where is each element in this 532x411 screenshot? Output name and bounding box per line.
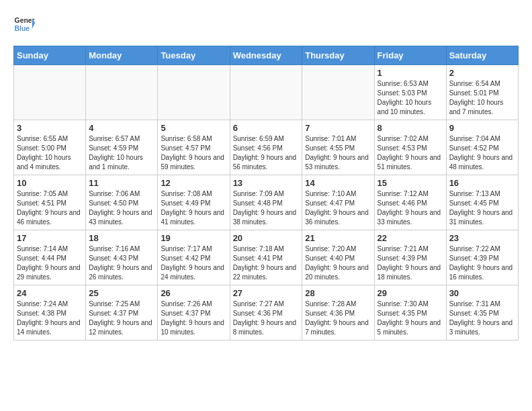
day-info: Sunrise: 7:31 AM Sunset: 4:35 PM Dayligh…	[449, 300, 515, 337]
calendar-cell: 11Sunrise: 7:06 AM Sunset: 4:50 PM Dayli…	[86, 175, 158, 230]
day-info: Sunrise: 7:28 AM Sunset: 4:36 PM Dayligh…	[305, 300, 371, 337]
day-info: Sunrise: 7:20 AM Sunset: 4:40 PM Dayligh…	[305, 244, 371, 282]
calendar-cell: 14Sunrise: 7:10 AM Sunset: 4:47 PM Dayli…	[302, 175, 374, 230]
day-number: 10	[17, 178, 83, 188]
day-number: 24	[17, 288, 83, 298]
calendar-cell: 29Sunrise: 7:30 AM Sunset: 4:35 PM Dayli…	[374, 285, 446, 340]
day-number: 21	[305, 233, 371, 243]
calendar-cell: 18Sunrise: 7:16 AM Sunset: 4:43 PM Dayli…	[86, 230, 158, 285]
day-number: 23	[449, 233, 515, 243]
calendar-cell: 12Sunrise: 7:08 AM Sunset: 4:49 PM Dayli…	[158, 175, 230, 230]
day-info: Sunrise: 7:22 AM Sunset: 4:39 PM Dayligh…	[449, 244, 515, 282]
calendar-cell: 20Sunrise: 7:18 AM Sunset: 4:41 PM Dayli…	[230, 230, 302, 285]
day-info: Sunrise: 7:08 AM Sunset: 4:49 PM Dayligh…	[161, 189, 226, 227]
calendar-week-row: 3Sunrise: 6:55 AM Sunset: 5:00 PM Daylig…	[14, 120, 519, 175]
day-info: Sunrise: 7:26 AM Sunset: 4:37 PM Dayligh…	[161, 300, 226, 337]
day-number: 6	[233, 123, 300, 133]
day-number: 27	[233, 288, 300, 298]
day-number: 25	[89, 288, 154, 298]
calendar-cell: 21Sunrise: 7:20 AM Sunset: 4:40 PM Dayli…	[302, 230, 374, 285]
calendar-cell: 24Sunrise: 7:24 AM Sunset: 4:38 PM Dayli…	[14, 285, 86, 340]
calendar-cell: 23Sunrise: 7:22 AM Sunset: 4:39 PM Dayli…	[446, 230, 518, 285]
calendar-cell: 9Sunrise: 7:04 AM Sunset: 4:52 PM Daylig…	[446, 120, 518, 175]
calendar-cell: 15Sunrise: 7:12 AM Sunset: 4:46 PM Dayli…	[374, 175, 446, 230]
day-number: 13	[233, 178, 300, 188]
calendar-cell: 13Sunrise: 7:09 AM Sunset: 4:48 PM Dayli…	[230, 175, 302, 230]
day-info: Sunrise: 7:13 AM Sunset: 4:45 PM Dayligh…	[449, 189, 515, 227]
calendar-cell: 28Sunrise: 7:28 AM Sunset: 4:36 PM Dayli…	[302, 285, 374, 340]
day-number: 22	[378, 233, 443, 243]
svg-text:General: General	[15, 17, 35, 24]
weekday-header: Tuesday	[158, 46, 230, 65]
day-number: 16	[449, 178, 515, 188]
calendar-cell: 1Sunrise: 6:53 AM Sunset: 5:03 PM Daylig…	[374, 65, 446, 120]
day-number: 7	[305, 123, 371, 133]
calendar-cell: 10Sunrise: 7:05 AM Sunset: 4:51 PM Dayli…	[14, 175, 86, 230]
day-number: 18	[89, 233, 154, 243]
day-number: 26	[161, 288, 226, 298]
weekday-header: Saturday	[446, 46, 518, 65]
weekday-header: Thursday	[302, 46, 374, 65]
calendar-cell: 27Sunrise: 7:27 AM Sunset: 4:36 PM Dayli…	[230, 285, 302, 340]
day-info: Sunrise: 6:54 AM Sunset: 5:01 PM Dayligh…	[449, 79, 515, 117]
day-number: 5	[161, 123, 226, 133]
day-number: 2	[449, 68, 515, 78]
day-number: 8	[378, 123, 443, 133]
day-number: 15	[378, 178, 443, 188]
weekday-header: Sunday	[14, 46, 86, 65]
weekday-header: Friday	[374, 46, 446, 65]
day-number: 14	[305, 178, 371, 188]
day-number: 17	[17, 233, 83, 243]
day-number: 4	[89, 123, 154, 133]
calendar-cell: 17Sunrise: 7:14 AM Sunset: 4:44 PM Dayli…	[14, 230, 86, 285]
day-info: Sunrise: 7:09 AM Sunset: 4:48 PM Dayligh…	[233, 189, 300, 227]
day-number: 3	[17, 123, 83, 133]
calendar-cell: 26Sunrise: 7:26 AM Sunset: 4:37 PM Dayli…	[158, 285, 230, 340]
calendar-cell	[14, 65, 86, 120]
calendar-cell: 6Sunrise: 6:59 AM Sunset: 4:56 PM Daylig…	[230, 120, 302, 175]
calendar-cell	[86, 65, 158, 120]
page-header: General Blue	[13, 13, 519, 35]
calendar-cell: 7Sunrise: 7:01 AM Sunset: 4:55 PM Daylig…	[302, 120, 374, 175]
day-number: 28	[305, 288, 371, 298]
calendar-week-row: 24Sunrise: 7:24 AM Sunset: 4:38 PM Dayli…	[14, 285, 519, 340]
day-info: Sunrise: 7:10 AM Sunset: 4:47 PM Dayligh…	[305, 189, 371, 227]
calendar-cell: 4Sunrise: 6:57 AM Sunset: 4:59 PM Daylig…	[86, 120, 158, 175]
day-info: Sunrise: 7:01 AM Sunset: 4:55 PM Dayligh…	[305, 134, 371, 172]
calendar-cell: 3Sunrise: 6:55 AM Sunset: 5:00 PM Daylig…	[14, 120, 86, 175]
calendar-cell: 19Sunrise: 7:17 AM Sunset: 4:42 PM Dayli…	[158, 230, 230, 285]
day-number: 12	[161, 178, 226, 188]
day-info: Sunrise: 7:24 AM Sunset: 4:38 PM Dayligh…	[17, 300, 83, 337]
calendar-body: 1Sunrise: 6:53 AM Sunset: 5:03 PM Daylig…	[14, 65, 519, 340]
calendar-cell	[158, 65, 230, 120]
logo: General Blue	[13, 13, 35, 35]
day-info: Sunrise: 7:21 AM Sunset: 4:39 PM Dayligh…	[378, 244, 443, 282]
weekday-header: Wednesday	[230, 46, 302, 65]
day-number: 1	[378, 68, 443, 78]
day-info: Sunrise: 7:14 AM Sunset: 4:44 PM Dayligh…	[17, 244, 83, 282]
day-number: 20	[233, 233, 300, 243]
day-number: 9	[449, 123, 515, 133]
day-info: Sunrise: 6:55 AM Sunset: 5:00 PM Dayligh…	[17, 134, 83, 172]
day-number: 11	[89, 178, 154, 188]
calendar-cell: 22Sunrise: 7:21 AM Sunset: 4:39 PM Dayli…	[374, 230, 446, 285]
calendar-week-row: 17Sunrise: 7:14 AM Sunset: 4:44 PM Dayli…	[14, 230, 519, 285]
calendar-cell: 25Sunrise: 7:25 AM Sunset: 4:37 PM Dayli…	[86, 285, 158, 340]
day-info: Sunrise: 7:30 AM Sunset: 4:35 PM Dayligh…	[378, 300, 443, 337]
calendar-cell: 5Sunrise: 6:58 AM Sunset: 4:57 PM Daylig…	[158, 120, 230, 175]
logo-icon: General Blue	[13, 13, 35, 35]
calendar-week-row: 10Sunrise: 7:05 AM Sunset: 4:51 PM Dayli…	[14, 175, 519, 230]
weekday-header: Monday	[86, 46, 158, 65]
calendar-cell: 16Sunrise: 7:13 AM Sunset: 4:45 PM Dayli…	[446, 175, 518, 230]
day-info: Sunrise: 7:12 AM Sunset: 4:46 PM Dayligh…	[378, 189, 443, 227]
day-info: Sunrise: 7:25 AM Sunset: 4:37 PM Dayligh…	[89, 300, 154, 337]
day-info: Sunrise: 6:53 AM Sunset: 5:03 PM Dayligh…	[378, 79, 443, 117]
day-info: Sunrise: 7:02 AM Sunset: 4:53 PM Dayligh…	[378, 134, 443, 172]
weekday-header-row: SundayMondayTuesdayWednesdayThursdayFrid…	[14, 46, 519, 65]
day-number: 30	[449, 288, 515, 298]
day-info: Sunrise: 7:05 AM Sunset: 4:51 PM Dayligh…	[17, 189, 83, 227]
day-number: 19	[161, 233, 226, 243]
day-info: Sunrise: 7:04 AM Sunset: 4:52 PM Dayligh…	[449, 134, 515, 172]
calendar-cell: 30Sunrise: 7:31 AM Sunset: 4:35 PM Dayli…	[446, 285, 518, 340]
calendar-cell	[302, 65, 374, 120]
